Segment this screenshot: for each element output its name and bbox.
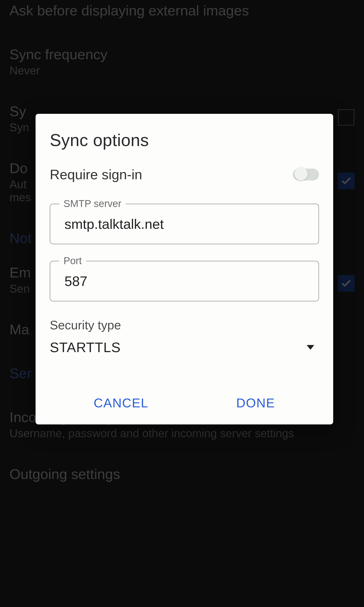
require-signin-row[interactable]: Require sign-in bbox=[50, 166, 319, 182]
field-label: SMTP server bbox=[59, 198, 126, 209]
smtp-server-input[interactable]: smtp.talktalk.net bbox=[50, 204, 319, 244]
port-field[interactable]: Port 587 bbox=[50, 261, 319, 301]
require-signin-label: Require sign-in bbox=[50, 166, 142, 182]
toggle-switch-icon[interactable] bbox=[293, 169, 319, 180]
cancel-button[interactable]: CANCEL bbox=[87, 391, 156, 415]
security-type-label: Security type bbox=[50, 318, 319, 332]
smtp-server-field[interactable]: SMTP server smtp.talktalk.net bbox=[50, 204, 319, 244]
dialog-actions: CANCEL DONE bbox=[50, 386, 319, 415]
security-type-dropdown[interactable]: STARTTLS bbox=[50, 339, 319, 355]
dialog-title: Sync options bbox=[50, 131, 319, 150]
sync-options-dialog: Sync options Require sign-in SMTP server… bbox=[36, 114, 333, 424]
done-button[interactable]: DONE bbox=[229, 391, 282, 415]
port-input[interactable]: 587 bbox=[50, 261, 319, 301]
chevron-down-icon bbox=[307, 345, 314, 350]
field-label: Port bbox=[59, 255, 86, 266]
security-type-value: STARTTLS bbox=[50, 339, 121, 355]
